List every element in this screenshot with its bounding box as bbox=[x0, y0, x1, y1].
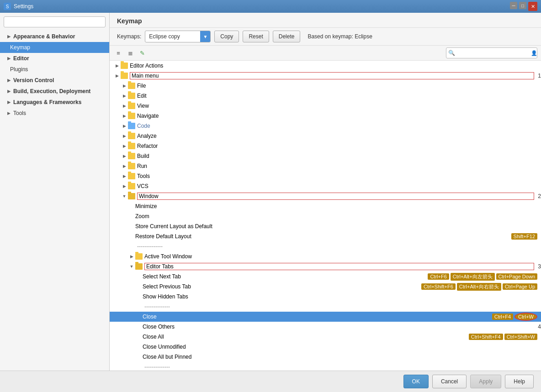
sidebar-item-appearance[interactable]: ▶ Appearance & Behavior bbox=[0, 31, 109, 42]
tree-row-active-tool[interactable]: ▶ Active Tool Window bbox=[110, 251, 541, 261]
tree-label: Build bbox=[137, 153, 541, 159]
tree-row-refactor[interactable]: ▶ Refactor bbox=[110, 141, 541, 151]
tree-label: Restore Default Layout bbox=[135, 233, 511, 240]
arrow-icon: ▶ bbox=[7, 78, 11, 83]
tree-row-edit[interactable]: ▶ Edit bbox=[110, 91, 541, 101]
sidebar-item-label: Appearance & Behavior bbox=[13, 33, 75, 40]
close-btn[interactable]: ✕ bbox=[528, 2, 537, 11]
arrow-icon: ▶ bbox=[121, 104, 128, 108]
tree-row-view[interactable]: ▶ View bbox=[110, 101, 541, 111]
shortcut-badge: Ctrl+Page Down bbox=[496, 273, 537, 280]
tree-label: Close All but Pinned bbox=[143, 354, 541, 360]
tree-row-run[interactable]: ▶ Run bbox=[110, 161, 541, 171]
sidebar-item-label: Version Control bbox=[13, 77, 54, 84]
arrow-icon: ▼ bbox=[128, 264, 135, 269]
separator: -------------- bbox=[143, 364, 170, 370]
collapse-all-btn[interactable]: ≣ bbox=[125, 48, 135, 58]
shortcut-area: Ctrl+F4 Ctrl+W bbox=[492, 313, 541, 321]
help-button[interactable]: Help bbox=[505, 375, 534, 388]
tree-row-analyze[interactable]: ▶ Analyze bbox=[110, 131, 541, 141]
tree-row-file[interactable]: ▶ File bbox=[110, 81, 541, 91]
tree-row-main-menu[interactable]: ▶ Main menu 1 bbox=[110, 71, 541, 81]
sidebar-item-label: Build, Execution, Deployment bbox=[13, 88, 90, 94]
tree-label: Main menu bbox=[130, 72, 534, 79]
tree-label: Active Tool Window bbox=[144, 253, 541, 260]
tree-row-close-others[interactable]: Close Others 4 bbox=[110, 322, 541, 332]
sidebar-item-plugins[interactable]: Plugins bbox=[0, 64, 109, 75]
keymap-dropdown[interactable]: Eclipse copy ▼ bbox=[145, 31, 211, 42]
sidebar-item-label: Editor bbox=[13, 55, 29, 62]
minimize-btn[interactable]: ─ bbox=[510, 2, 517, 9]
tree-row-sep1: -------------- bbox=[110, 241, 541, 251]
tree-label: Navigate bbox=[137, 113, 541, 119]
folder-icon bbox=[128, 93, 135, 99]
tree-search-input[interactable] bbox=[457, 50, 531, 56]
tree-row-editor-actions[interactable]: ▶ Editor Actions bbox=[110, 61, 541, 71]
sidebar-item-tools[interactable]: ▶ Tools bbox=[0, 108, 109, 119]
folder-icon bbox=[135, 263, 143, 270]
tree-row-store-layout[interactable]: Store Current Layout as Default bbox=[110, 221, 541, 231]
tree-label: View bbox=[137, 103, 541, 109]
maximize-btn[interactable]: □ bbox=[519, 2, 526, 9]
tree-label: Run bbox=[137, 163, 541, 169]
arrow-icon: ▶ bbox=[7, 34, 11, 39]
shortcut-badge: Ctrl+Page Up bbox=[503, 283, 537, 290]
tree-row-minimize[interactable]: Minimize bbox=[110, 201, 541, 211]
tree-row-zoom[interactable]: Zoom bbox=[110, 211, 541, 221]
folder-icon bbox=[128, 83, 135, 89]
shortcut-badge: Ctrl+F4 bbox=[492, 314, 513, 320]
tree-row-window[interactable]: ▼ Window 2 bbox=[110, 191, 541, 201]
apply-button[interactable]: Apply bbox=[470, 375, 501, 388]
separator: -------------- bbox=[143, 303, 170, 310]
dropdown-arrow-icon[interactable]: ▼ bbox=[200, 31, 210, 42]
tree-row-close[interactable]: Close Ctrl+F4 Ctrl+W bbox=[110, 312, 541, 322]
tree-row-build[interactable]: ▶ Build bbox=[110, 151, 541, 161]
folder-icon bbox=[121, 73, 128, 79]
tree-toolbar: ≡ ≣ ✎ 🔍 👤 bbox=[110, 46, 541, 61]
user-icon: 👤 bbox=[531, 50, 539, 56]
expand-all-btn[interactable]: ≡ bbox=[113, 48, 123, 58]
tree-row-close-unmodified[interactable]: Close Unmodified bbox=[110, 342, 541, 352]
sidebar-item-label: Keymap bbox=[10, 44, 30, 51]
sidebar-item-keymap[interactable]: Keymap bbox=[0, 42, 109, 53]
tree-row-tools[interactable]: ▶ Tools bbox=[110, 171, 541, 181]
tree-row-select-next-tab[interactable]: Select Next Tab Ctrl+F6 Ctrl+Alt+向左箭头 Ct… bbox=[110, 272, 541, 282]
keymap-value: Eclipse copy bbox=[145, 33, 200, 40]
content-area: Keymap Keymaps: Eclipse copy ▼ Copy Rese… bbox=[110, 13, 541, 371]
edit-shortcut-btn[interactable]: ✎ bbox=[137, 48, 147, 58]
sidebar-item-editor[interactable]: ▶ Editor bbox=[0, 53, 109, 64]
tree-label: Select Next Tab bbox=[143, 273, 428, 280]
ok-button[interactable]: OK bbox=[403, 375, 429, 388]
sidebar-item-build[interactable]: ▶ Build, Execution, Deployment bbox=[0, 86, 109, 97]
arrow-icon: ▶ bbox=[7, 56, 11, 61]
keymap-toolbar: Keymaps: Eclipse copy ▼ Copy Reset Delet… bbox=[110, 28, 541, 46]
tree-label: File bbox=[137, 83, 541, 89]
tree-label: Close Unmodified bbox=[143, 344, 541, 350]
reset-button[interactable]: Reset bbox=[243, 31, 269, 42]
tree-container: ▶ Editor Actions ▶ Main menu 1 ▶ File bbox=[110, 61, 541, 371]
tree-label: Minimize bbox=[135, 203, 541, 209]
cancel-button[interactable]: Cancel bbox=[432, 375, 467, 388]
tree-row-select-prev-tab[interactable]: Select Previous Tab Ctrl+Shift+F6 Ctrl+A… bbox=[110, 282, 541, 292]
tree-label: Select Previous Tab bbox=[143, 283, 421, 290]
arrow-icon: ▼ bbox=[121, 194, 128, 199]
arrow-icon: ▶ bbox=[7, 100, 11, 105]
tree-row-vcs[interactable]: ▶ VCS bbox=[110, 181, 541, 191]
sidebar-item-vcs[interactable]: ▶ Version Control bbox=[0, 75, 109, 86]
tree-row-show-hidden-tabs[interactable]: Show Hidden Tabs bbox=[110, 292, 541, 302]
tree-row-editor-tabs[interactable]: ▼ Editor Tabs 3 bbox=[110, 261, 541, 272]
sidebar-item-languages[interactable]: ▶ Languages & Frameworks bbox=[0, 97, 109, 108]
copy-button[interactable]: Copy bbox=[214, 31, 239, 42]
tree-label: VCS bbox=[137, 183, 541, 189]
tree-label: Window bbox=[137, 193, 534, 200]
sidebar-search-input[interactable] bbox=[4, 16, 106, 27]
tree-label: Edit bbox=[137, 93, 541, 99]
tree-row-code[interactable]: ▶ Code bbox=[110, 121, 541, 131]
sidebar-item-label: Tools bbox=[13, 110, 26, 116]
tree-row-navigate[interactable]: ▶ Navigate bbox=[110, 111, 541, 121]
tree-row-close-all[interactable]: Close All Ctrl+Shift+F4 Ctrl+Shift+W bbox=[110, 332, 541, 342]
shortcut-area: Ctrl+Shift+F4 Ctrl+Shift+W bbox=[469, 334, 541, 340]
delete-button[interactable]: Delete bbox=[273, 31, 301, 42]
tree-row-restore-layout[interactable]: Restore Default Layout Shift+F12 bbox=[110, 231, 541, 241]
tree-row-close-all-pinned[interactable]: Close All but Pinned bbox=[110, 352, 541, 362]
